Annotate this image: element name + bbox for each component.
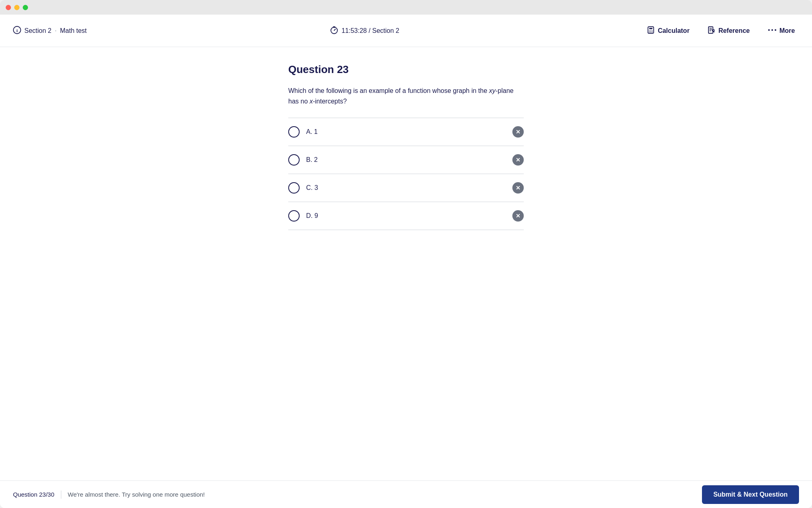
answer-option-c[interactable]: C. 3 ✕ bbox=[288, 174, 524, 202]
svg-point-13 bbox=[652, 32, 653, 32]
answer-text-c: C. 3 bbox=[306, 184, 318, 192]
app-window: i Section 2 · Math test 11:53:28 bbox=[0, 0, 812, 508]
footer: Question 23/30 We're almost there. Try s… bbox=[0, 480, 812, 508]
eliminate-btn-b[interactable]: ✕ bbox=[512, 154, 524, 166]
header: i Section 2 · Math test 11:53:28 bbox=[0, 15, 812, 47]
answer-text-a: A. 1 bbox=[306, 128, 317, 136]
eliminate-btn-d[interactable]: ✕ bbox=[512, 210, 524, 222]
header-left: i Section 2 · Math test bbox=[13, 26, 87, 36]
reference-button[interactable]: Reference bbox=[703, 24, 754, 38]
answer-option-a[interactable]: A. 1 ✕ bbox=[288, 118, 524, 146]
calculator-button[interactable]: Calculator bbox=[643, 24, 693, 38]
answer-text-d: D. 9 bbox=[306, 212, 318, 220]
app-content: i Section 2 · Math test 11:53:28 bbox=[0, 15, 812, 508]
radio-d[interactable] bbox=[288, 210, 300, 222]
header-right: Calculator Reference bbox=[643, 24, 799, 38]
maximize-button[interactable] bbox=[23, 5, 28, 10]
svg-rect-7 bbox=[649, 28, 652, 29]
info-icon: i bbox=[13, 26, 21, 36]
svg-point-19 bbox=[768, 29, 770, 31]
radio-a[interactable] bbox=[288, 126, 300, 138]
question-text: Which of the following is an example of … bbox=[288, 86, 524, 106]
svg-point-9 bbox=[650, 30, 651, 31]
close-button[interactable] bbox=[6, 5, 11, 10]
svg-point-20 bbox=[771, 29, 773, 31]
eliminate-btn-a[interactable]: ✕ bbox=[512, 126, 524, 138]
footer-message: We're almost there. Try solving one more… bbox=[68, 491, 205, 498]
title-bar bbox=[0, 0, 812, 15]
svg-point-21 bbox=[775, 29, 776, 31]
svg-point-18 bbox=[713, 29, 715, 31]
eliminate-btn-c[interactable]: ✕ bbox=[512, 182, 524, 194]
question-current: 23/30 bbox=[39, 491, 54, 498]
answer-option-d[interactable]: D. 9 ✕ bbox=[288, 202, 524, 230]
radio-b[interactable] bbox=[288, 154, 300, 166]
reference-icon bbox=[707, 26, 715, 36]
svg-point-12 bbox=[650, 32, 651, 32]
more-button[interactable]: More bbox=[764, 24, 799, 38]
calculator-label: Calculator bbox=[658, 27, 689, 34]
timer-icon bbox=[330, 26, 338, 36]
footer-separator bbox=[61, 491, 61, 499]
question-text-part3: -intercepts? bbox=[313, 98, 347, 105]
dot-separator: · bbox=[55, 26, 57, 35]
radio-c[interactable] bbox=[288, 182, 300, 194]
answer-option-b[interactable]: B. 2 ✕ bbox=[288, 146, 524, 174]
reference-label: Reference bbox=[718, 27, 749, 34]
test-name: Math test bbox=[60, 27, 87, 34]
svg-point-11 bbox=[649, 32, 650, 32]
section-label: Section 2 bbox=[24, 27, 52, 34]
question-title: Question 23 bbox=[288, 63, 524, 76]
svg-point-8 bbox=[649, 30, 650, 31]
question-count-label: Question bbox=[13, 491, 37, 498]
question-count: Question 23/30 bbox=[13, 491, 54, 498]
answer-options: A. 1 ✕ B. 2 ✕ C. 3 bbox=[288, 118, 524, 230]
svg-point-10 bbox=[652, 30, 653, 31]
calculator-icon bbox=[647, 26, 655, 36]
minimize-button[interactable] bbox=[14, 5, 19, 10]
timer-text: 11:53:28 / Section 2 bbox=[341, 27, 399, 34]
question-text-part1: Which of the following is an example of … bbox=[288, 87, 489, 94]
footer-left: Question 23/30 We're almost there. Try s… bbox=[13, 491, 205, 499]
question-container: Question 23 Which of the following is an… bbox=[288, 63, 524, 230]
answer-text-b: B. 2 bbox=[306, 156, 317, 164]
svg-text:i: i bbox=[16, 28, 17, 33]
main-content: Question 23 Which of the following is an… bbox=[0, 47, 812, 480]
question-xy-italic: xy bbox=[489, 87, 496, 94]
svg-line-4 bbox=[334, 29, 335, 30]
submit-button[interactable]: Submit & Next Question bbox=[702, 485, 799, 504]
header-center: 11:53:28 / Section 2 bbox=[330, 26, 399, 36]
more-icon bbox=[768, 26, 777, 36]
more-label: More bbox=[780, 27, 795, 34]
